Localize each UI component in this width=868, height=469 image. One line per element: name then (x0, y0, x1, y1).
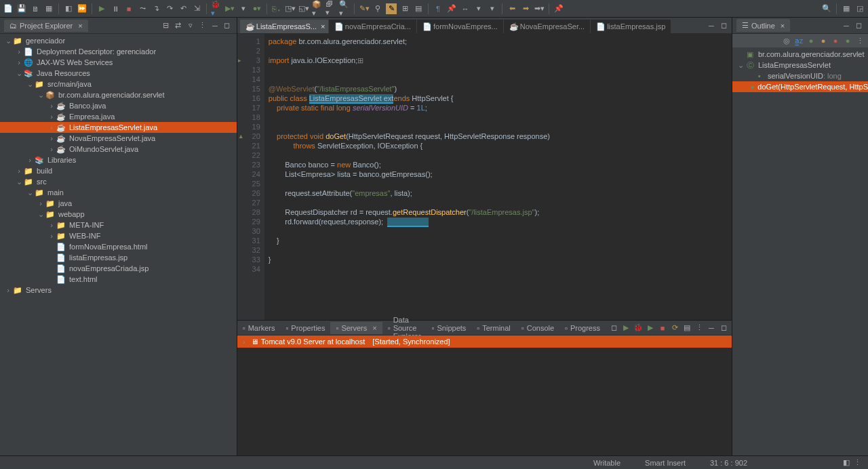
disconnect-icon[interactable]: ⤳ (137, 3, 148, 14)
sort-icon[interactable]: a̲z (793, 35, 804, 46)
toggle-icon[interactable]: ◧ (63, 3, 74, 14)
hide-local-icon[interactable]: ● (842, 35, 853, 46)
expand-icon[interactable]: ⌄ (26, 80, 34, 89)
search-dropdown-icon[interactable]: 🔍▾ (339, 3, 350, 14)
skip-icon[interactable]: ⏩ (77, 3, 87, 14)
open-perspective-icon[interactable]: ▦ (841, 3, 852, 14)
servers-view[interactable]: › 🖥 Tomcat v9.0 Server at localhost [Sta… (237, 335, 732, 455)
tree-item[interactable]: ›📚Libraries (0, 155, 237, 165)
hide-non-public-icon[interactable]: ● (830, 35, 841, 46)
step-return-icon[interactable]: ↶ (178, 3, 189, 14)
expand-icon[interactable]: ⌄ (15, 69, 23, 78)
expand-icon[interactable]: › (47, 123, 56, 131)
search-global-icon[interactable]: 🔍 (821, 3, 832, 14)
code-editor[interactable]: ▸▲ 1231314151617181920212223242526272829… (237, 34, 732, 320)
refactor-icon[interactable]: ⊞ (399, 3, 410, 14)
minimize-icon[interactable]: ─ (210, 20, 220, 31)
bottom-tab-console[interactable]: ▫Console (516, 322, 559, 334)
tree-item[interactable]: ⌄📁gerenciador (0, 35, 237, 46)
expand-icon[interactable]: ⌄ (15, 178, 23, 186)
bottom-tab-markers[interactable]: ▫Markers (237, 322, 281, 334)
close-icon[interactable]: × (78, 22, 82, 30)
nav-icon[interactable]: ↔ (460, 3, 471, 14)
bottom-tab-terminal[interactable]: ▫Terminal (471, 322, 515, 334)
minimize-icon[interactable]: ─ (841, 20, 852, 31)
wand-icon[interactable]: ⚲ (372, 3, 383, 14)
package-icon[interactable]: 📦▾ (312, 3, 323, 14)
debug-server-icon[interactable]: 🐞 (633, 323, 644, 333)
hide-static-icon[interactable]: ● (818, 35, 829, 46)
prev-ann-icon[interactable]: ▾ (487, 3, 498, 14)
tree-item[interactable]: ›📁build (0, 165, 237, 176)
expand-icon[interactable]: › (47, 232, 56, 240)
maximize-icon[interactable]: ◻ (853, 20, 864, 31)
bottom-tab-snippets[interactable]: ▫Snippets (427, 322, 472, 334)
outline-tab[interactable]: ☰ Outline × (736, 19, 790, 32)
bottom-tab-servers[interactable]: ▫Servers× (330, 322, 382, 334)
profile-server-icon[interactable]: ▶ (645, 323, 656, 333)
close-icon[interactable]: × (321, 22, 325, 30)
debug-dropdown-icon[interactable]: 🐞▾ (211, 3, 222, 14)
tree-item[interactable]: 📄listaEmpresas.jsp (0, 252, 237, 263)
run-last-icon[interactable]: ●▾ (252, 3, 262, 14)
tree-item[interactable]: ⌄📦br.com.alura.gerenciador.servlet (0, 89, 237, 100)
pin-editor-icon[interactable]: 📌 (553, 3, 564, 14)
project-explorer-tab[interactable]: 🗂 Project Explorer × (4, 20, 88, 32)
code-content[interactable]: package br.com.alura.gerenciador.servlet… (264, 34, 732, 320)
tree-item[interactable]: ›📁WEB-INF (0, 230, 237, 241)
save-all-icon[interactable]: 🗎 (30, 3, 41, 14)
editor-tab[interactable]: 📄novaEmpresaCria... (329, 20, 416, 33)
tree-item[interactable]: ›☕OiMundoServlet.java (0, 144, 237, 155)
link-editor-icon[interactable]: ⇄ (173, 20, 184, 31)
start-server-icon[interactable]: ▶ (620, 323, 631, 333)
view-menu-icon[interactable]: ⋮ (854, 35, 865, 46)
pin-icon[interactable]: 📌 (446, 3, 457, 14)
back-icon[interactable]: ⬅ (507, 3, 517, 14)
clean-server-icon[interactable]: ▤ (682, 323, 692, 333)
expand-icon[interactable]: › (4, 286, 12, 294)
expand-icon[interactable]: ⌄ (37, 91, 45, 100)
tree-item[interactable]: ›📁META-INF (0, 220, 237, 230)
next-ann-icon[interactable]: ▾ (473, 3, 484, 14)
show-whitespace-icon[interactable]: ¶ (433, 3, 443, 14)
bottom-tab-progress[interactable]: ▫Progress (559, 322, 606, 334)
chevron-right-icon[interactable]: › (240, 338, 248, 346)
editor-tab[interactable]: ☕ListaEmpresasS...× (240, 20, 328, 33)
project-tree[interactable]: ⌄📁gerenciador›📄Deployment Descriptor: ge… (0, 34, 237, 455)
status-menu-icon[interactable]: ⋮ (852, 457, 863, 468)
editor-tab[interactable]: 📄listaEmpresas.jsp (591, 20, 671, 33)
publish-server-icon[interactable]: ⟳ (669, 323, 680, 333)
no-servers-icon[interactable]: ◻ (608, 323, 619, 333)
external-icon[interactable]: ◳▾ (285, 3, 296, 14)
run-dropdown-icon[interactable]: ▶▾ (224, 3, 235, 14)
maximize-icon[interactable]: ◻ (718, 323, 729, 333)
outline-item[interactable]: ▣br.com.alura.gerenciador.servlet (732, 49, 868, 60)
fold-marker-icon[interactable]: ▸ (238, 56, 241, 65)
expand-icon[interactable]: › (47, 102, 56, 110)
bottom-tab-properties[interactable]: ▫Properties (280, 322, 330, 334)
expand-icon[interactable]: › (26, 156, 34, 164)
editor-tab[interactable]: ☕NovaEmpresaSer... (504, 20, 590, 33)
expand-icon[interactable]: ⌄ (736, 61, 745, 70)
filter-icon[interactable]: ▿ (185, 20, 196, 31)
tree-item[interactable]: ⌄📁main (0, 187, 237, 198)
outline-item[interactable]: ▪serialVersionUID : long (732, 70, 868, 81)
highlight-icon[interactable]: ✎ (386, 3, 397, 14)
tree-item[interactable]: ⌄📁src/main/java (0, 79, 237, 89)
expand-icon[interactable]: › (15, 58, 23, 66)
new-server-icon[interactable]: ⎘▾ (271, 3, 282, 14)
tree-item[interactable]: ›📄Deployment Descriptor: gerenciador (0, 46, 237, 57)
tree-item[interactable]: ›📁java (0, 198, 237, 209)
type-icon[interactable]: 🗊▾ (326, 3, 336, 14)
override-marker-icon[interactable]: ▲ (238, 131, 244, 141)
resume-icon[interactable]: ▶ (96, 3, 107, 14)
outline-item[interactable]: ⌄ ⒸListaEmpresasServlet (732, 60, 868, 70)
toggle-block-icon[interactable]: ▤ (413, 3, 424, 14)
maximize-icon[interactable]: ◻ (222, 20, 233, 31)
tree-item[interactable]: ›☕ListaEmpresasServlet.java (0, 122, 237, 133)
tree-item[interactable]: ⌄📁webapp (0, 209, 237, 220)
jee-perspective-icon[interactable]: ◲ (854, 3, 865, 14)
expand-icon[interactable]: ⌄ (37, 210, 45, 219)
forward-icon[interactable]: ➡ (520, 3, 531, 14)
expand-icon[interactable]: › (47, 113, 56, 121)
